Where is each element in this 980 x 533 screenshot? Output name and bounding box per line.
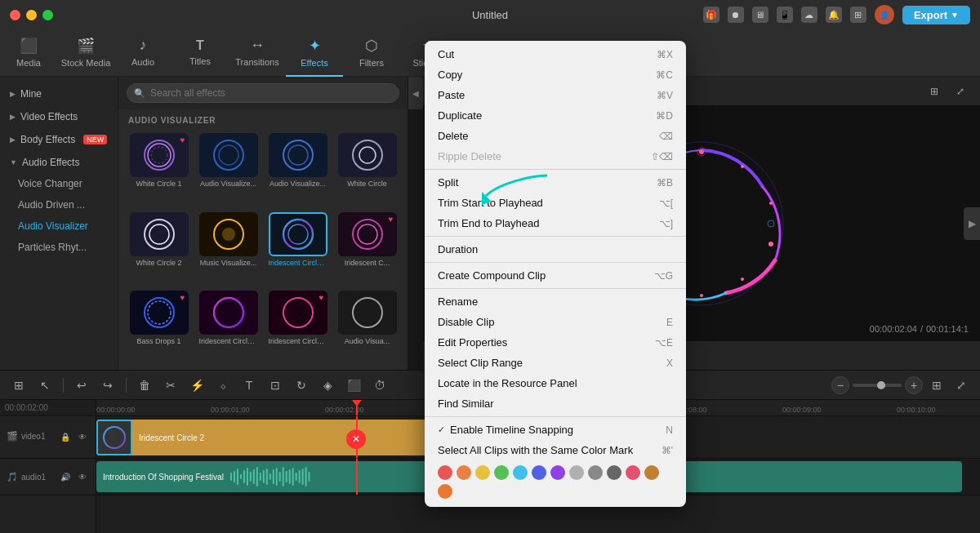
effects-panel: 🔍 AUDIO VISUALIZER ♥ White Circle 1 Audi… [118, 77, 408, 370]
fullscreen-button[interactable] [42, 10, 53, 20]
menu-item-paste[interactable]: Paste ⌘V [425, 85, 686, 105]
toolbar-item-audio[interactable]: ♪ Audio [114, 29, 172, 77]
menu-item-delete[interactable]: Delete ⌫ [425, 126, 686, 146]
swatch-pink[interactable] [626, 465, 640, 480]
toolbar-item-effects[interactable]: ✦ Effects [286, 29, 343, 77]
effect-item-iridescent-circle-5[interactable]: ♥ Iridescent Circle 5 [265, 291, 330, 365]
color-button[interactable]: ⬛ [343, 375, 364, 396]
swatch-cyan[interactable] [513, 465, 528, 480]
zoom-out-button[interactable]: − [831, 376, 849, 394]
preview-play-button[interactable]: ▶ [964, 207, 980, 240]
menu-item-cut[interactable]: Cut ⌘X [425, 44, 686, 64]
split-button[interactable]: ⚡ [186, 375, 207, 396]
minimize-button[interactable] [26, 10, 37, 20]
sidebar-item-audio-visualizer[interactable]: Audio Visualizer [0, 215, 118, 237]
zoom-in-button[interactable]: + [905, 376, 923, 394]
menu-item-select-clip-range[interactable]: Select Clip Range X [425, 353, 686, 373]
track-eye-icon[interactable]: 👁 [76, 431, 89, 444]
toolbar-item-media[interactable]: ⬛ Media [0, 29, 57, 77]
toolbar-item-titles[interactable]: T Titles [172, 29, 229, 77]
crop-button[interactable]: ⊡ [265, 375, 286, 396]
swatch-amber[interactable] [438, 484, 452, 499]
effect-item-iridescent-c[interactable]: ♥ Iridescent C... [335, 212, 399, 286]
toolbar-item-filters[interactable]: ⬡ Filters [343, 29, 400, 77]
swatch-dark-gray[interactable] [607, 465, 621, 480]
menu-item-copy[interactable]: Copy ⌘C [425, 64, 686, 85]
close-button[interactable] [10, 10, 20, 20]
add-marker-button[interactable]: ⬦ [212, 375, 234, 396]
toolbar-item-stock[interactable]: 🎬 Stock Media [57, 29, 114, 77]
effect-item-white-circle[interactable]: White Circle [335, 133, 399, 207]
gift-icon[interactable]: 🎁 [703, 7, 719, 23]
export-button[interactable]: Export ▼ [902, 6, 970, 24]
effects-settings-button[interactable]: ◈ [317, 375, 338, 396]
swatch-blue[interactable] [532, 465, 546, 480]
menu-item-duplicate[interactable]: Duplicate ⌘D [425, 105, 686, 126]
menu-item-create-compound[interactable]: Create Compound Clip ⌥G [425, 265, 686, 286]
undo-button[interactable]: ↩ [71, 375, 92, 396]
effect-item-music-viz[interactable]: Music Visualize... [196, 212, 261, 286]
menu-item-disable-clip[interactable]: Disable Clip E [425, 312, 686, 332]
effect-item-audio-viz-2[interactable]: Audio Visualize... [265, 133, 330, 207]
track-lock-icon[interactable]: 🔒 [59, 431, 72, 444]
menu-item-trim-end[interactable]: Trim End to Playhead ⌥] [425, 213, 686, 233]
phone-icon[interactable]: 📱 [777, 7, 793, 23]
sidebar-group-mine-header[interactable]: ▶ Mine [0, 83, 118, 104]
toolbar-item-transitions[interactable]: ↔ Transitions [229, 29, 286, 77]
delete-button[interactable]: 🗑 [134, 375, 155, 396]
timeline-select-icon[interactable]: ↖ [34, 375, 56, 396]
menu-item-duration[interactable]: Duration [425, 239, 686, 260]
menu-item-select-same-color[interactable]: Select All Clips with the Same Color Mar… [425, 440, 686, 460]
sidebar-group-body-header[interactable]: ▶ Body Effects NEW [0, 129, 118, 150]
cut-tool-button[interactable]: ✂ [160, 375, 181, 396]
expand-icon[interactable]: ⤢ [951, 82, 970, 101]
timeline-expand-icon[interactable]: ⤢ [951, 375, 972, 396]
panel-collapse-button[interactable]: ◀ [408, 77, 423, 109]
effect-item-white-circle-1[interactable]: ♥ White Circle 1 [127, 133, 191, 207]
cloud-icon[interactable]: ☁ [801, 7, 817, 23]
sidebar-group-video-header[interactable]: ▶ Video Effects [0, 106, 118, 127]
zoom-slider[interactable] [853, 384, 902, 387]
monitor-icon[interactable]: 🖥 [752, 7, 768, 23]
grid-view-icon[interactable]: ⊞ [924, 82, 944, 101]
svg-rect-50 [270, 473, 271, 480]
swatch-silver[interactable] [569, 465, 584, 480]
timeline-grid-icon[interactable]: ⊞ [8, 375, 29, 396]
effect-item-audio-visual[interactable]: Audio Visua... [335, 291, 399, 365]
timeline-settings-icon[interactable]: ⊞ [926, 375, 947, 396]
redo-button[interactable]: ↪ [97, 375, 118, 396]
swatch-brown[interactable] [644, 465, 659, 480]
sidebar-item-particles[interactable]: Particles Rhyt... [0, 237, 118, 258]
menu-item-find-similar[interactable]: Find Similar [425, 393, 686, 414]
avatar[interactable]: 👤 [875, 5, 894, 24]
track-eye-icon[interactable]: 👁 [76, 470, 89, 483]
bell-icon[interactable]: 🔔 [826, 7, 842, 23]
menu-item-enable-snapping[interactable]: ✓ Enable Timeline Snapping N [425, 420, 686, 440]
menu-item-split[interactable]: Split ⌘B [425, 172, 686, 193]
sidebar-item-voice-changer[interactable]: Voice Changer [0, 173, 118, 194]
menu-item-edit-properties[interactable]: Edit Properties ⌥E [425, 332, 686, 353]
sidebar-group-audio-header[interactable]: ▼ Audio Effects [0, 152, 118, 173]
swatch-red[interactable] [438, 465, 452, 480]
menu-item-trim-start[interactable]: Trim Start to Playhead ⌥[ [425, 193, 686, 213]
rotate-button[interactable]: ↻ [291, 375, 312, 396]
menu-item-locate[interactable]: Locate in the Resource Panel [425, 373, 686, 393]
effect-item-bass-drops-1[interactable]: ♥ Bass Drops 1 [127, 291, 191, 365]
swatch-orange[interactable] [457, 465, 471, 480]
record-icon[interactable]: ⏺ [728, 7, 744, 23]
swatch-green[interactable] [494, 465, 509, 480]
effect-item-iridescent-circle-2[interactable]: Iridescent Circle 2 [265, 212, 330, 286]
timer-button[interactable]: ⏱ [369, 375, 390, 396]
menu-item-rename[interactable]: Rename [425, 291, 686, 312]
grid-icon[interactable]: ⊞ [850, 7, 866, 23]
speed-button[interactable]: T [238, 375, 260, 396]
effect-item-audio-viz-1[interactable]: Audio Visualize... [196, 133, 261, 207]
swatch-yellow[interactable] [475, 465, 490, 480]
track-mute-icon[interactable]: 🔊 [59, 470, 72, 483]
sidebar-item-audio-driven[interactable]: Audio Driven ... [0, 194, 118, 215]
effect-item-iridescent-circle-3[interactable]: Iridescent Circle 3 [196, 291, 261, 365]
search-input[interactable] [127, 83, 399, 103]
swatch-purple[interactable] [550, 465, 565, 480]
swatch-gray[interactable] [588, 465, 603, 480]
effect-item-white-circle-2[interactable]: White Circle 2 [127, 212, 191, 286]
